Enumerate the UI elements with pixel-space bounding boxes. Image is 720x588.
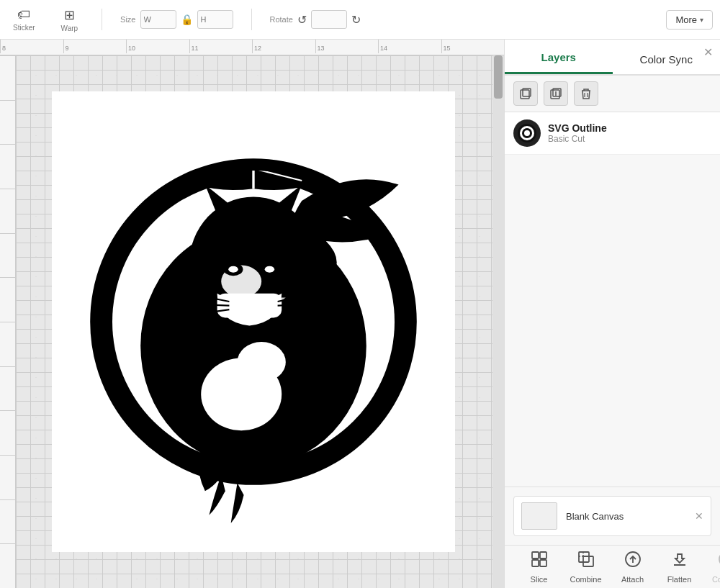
- svg-rect-37: [540, 560, 546, 566]
- svg-point-33: [524, 130, 530, 136]
- wildcat-image: [52, 91, 455, 552]
- layer-item-svg[interactable]: SVG Outline Basic Cut: [505, 112, 720, 155]
- height-input[interactable]: [197, 10, 233, 29]
- flatten-label: Flatten: [667, 575, 692, 584]
- divider-1: [102, 9, 102, 30]
- svg-rect-36: [532, 560, 539, 566]
- svg-point-4: [238, 342, 286, 382]
- blank-canvas-thumb: [521, 502, 557, 530]
- layer-name: SVG Outline: [548, 122, 711, 134]
- blank-canvas-label: Blank Canvas: [566, 511, 624, 522]
- move-layer-button[interactable]: [544, 81, 568, 106]
- top-toolbar: 🏷 Sticker ⊞ Warp Size 🔒 Rotate ↺ ↻ More …: [0, 0, 720, 40]
- ruler-mark-15: 15: [441, 40, 505, 53]
- svg-rect-35: [540, 552, 546, 558]
- ruler-mark-14: 14: [378, 40, 441, 53]
- layer-thumbnail: [513, 119, 541, 147]
- canvas-grid[interactable]: [16, 55, 492, 588]
- copy-layers-icon: [519, 87, 532, 100]
- ruler-top: 8 9 10 11 12 13 14 15: [0, 40, 504, 55]
- slice-label: Slice: [531, 575, 548, 584]
- more-label: More: [675, 14, 697, 25]
- panel-spacer: [505, 155, 720, 487]
- svg-point-11: [265, 266, 274, 273]
- ruler-mark-11: 11: [189, 40, 253, 53]
- scrollbar-right[interactable]: [492, 55, 504, 588]
- more-arrow-icon: ▾: [700, 16, 703, 24]
- scrollbar-thumb[interactable]: [494, 55, 503, 99]
- ruler-mark-13: 13: [315, 40, 379, 53]
- contour-label: Contour: [712, 575, 720, 584]
- combine-icon: [577, 550, 595, 573]
- rotate-input[interactable]: [311, 10, 347, 29]
- contour-icon: [717, 550, 721, 573]
- layer-info: SVG Outline Basic Cut: [548, 122, 711, 144]
- blank-canvas-item[interactable]: Blank Canvas ✕: [513, 496, 711, 536]
- canvas-area[interactable]: 8 9 10 11 12 13 14 15: [0, 40, 504, 588]
- svg-rect-25: [551, 90, 559, 99]
- combine-tool[interactable]: Combine: [566, 550, 606, 584]
- ruler-mark-10: 10: [126, 40, 189, 53]
- sticker-label: Sticker: [13, 24, 35, 32]
- divider-2: [251, 9, 252, 30]
- panel-tabs: Layers Color Sync ✕: [505, 40, 720, 76]
- warp-icon: ⊞: [64, 7, 75, 23]
- attach-tool[interactable]: Attach: [613, 550, 652, 584]
- sticker-tool[interactable]: 🏷 Sticker: [7, 4, 41, 35]
- canvas-white[interactable]: [52, 91, 455, 552]
- size-label: Size: [120, 15, 135, 24]
- size-group: Size 🔒: [120, 10, 233, 29]
- width-input[interactable]: [140, 10, 176, 29]
- move-layer-icon: [549, 87, 562, 100]
- attach-label: Attach: [621, 575, 644, 584]
- warp-tool[interactable]: ⊞ Warp: [55, 4, 84, 35]
- rotate-cw-icon[interactable]: ↻: [351, 13, 361, 27]
- blank-canvas-close[interactable]: ✕: [695, 510, 703, 522]
- panel-close-button[interactable]: ✕: [703, 47, 713, 58]
- main-area: 8 9 10 11 12 13 14 15: [0, 40, 720, 588]
- ruler-mark-8: 8: [0, 40, 63, 53]
- svg-rect-23: [521, 90, 529, 99]
- contour-tool[interactable]: Contour: [706, 550, 720, 584]
- combine-label: Combine: [570, 575, 601, 584]
- rotate-group: Rotate ↺ ↻: [270, 10, 361, 29]
- warp-label: Warp: [61, 24, 78, 32]
- svg-rect-39: [583, 556, 593, 566]
- bottom-toolbar: Slice Combine: [505, 545, 720, 588]
- delete-icon: [580, 87, 593, 100]
- svg-rect-38: [579, 552, 589, 562]
- add-layer-button[interactable]: [513, 81, 538, 106]
- delete-layer-button[interactable]: [574, 81, 598, 106]
- lock-icon[interactable]: 🔒: [181, 14, 193, 25]
- ruler-mark-9: 9: [63, 40, 127, 53]
- tab-layers[interactable]: Layers: [505, 44, 613, 74]
- flatten-tool[interactable]: Flatten: [660, 550, 699, 584]
- rotate-label: Rotate: [270, 15, 293, 24]
- layer-thumb-svg: [516, 122, 538, 144]
- layer-sub: Basic Cut: [548, 134, 711, 144]
- attach-icon: [624, 550, 642, 573]
- slice-icon: [530, 550, 549, 573]
- ruler-mark-12: 12: [252, 40, 315, 53]
- panel-toolbar: [505, 76, 720, 112]
- rotate-icon[interactable]: ↺: [297, 13, 307, 27]
- flatten-icon: [670, 550, 689, 573]
- more-button[interactable]: More ▾: [666, 10, 713, 30]
- blank-canvas-section: Blank Canvas ✕: [505, 487, 720, 545]
- sticker-icon: 🏷: [17, 7, 30, 22]
- svg-point-10: [228, 266, 238, 273]
- ruler-left: [0, 55, 16, 588]
- right-panel: Layers Color Sync ✕: [504, 40, 720, 588]
- svg-rect-34: [532, 552, 539, 558]
- slice-tool[interactable]: Slice: [519, 550, 559, 584]
